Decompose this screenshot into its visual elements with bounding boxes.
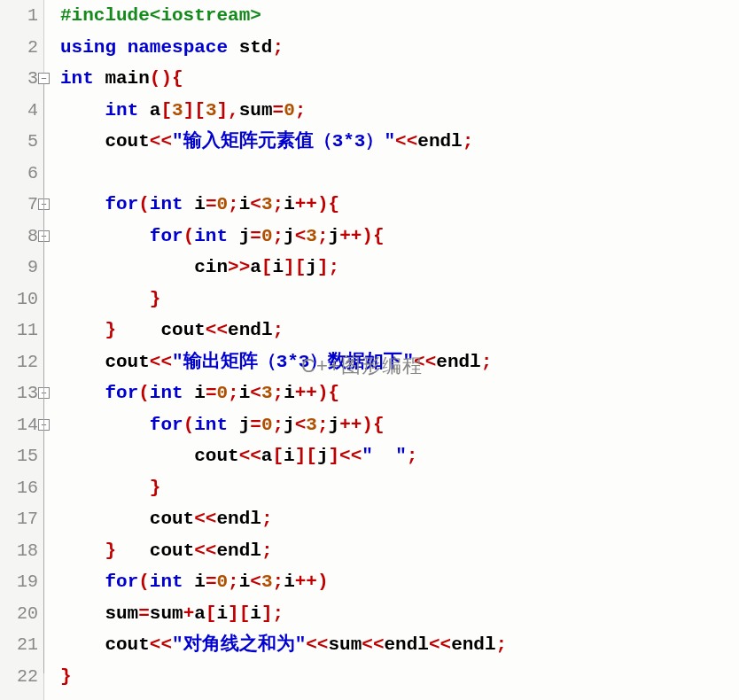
code-line: using namespace std; <box>60 32 739 64</box>
line-number: 12 <box>0 346 43 378</box>
code-token: } <box>105 541 116 561</box>
code-token: = <box>206 383 217 403</box>
code-token: ; <box>261 541 273 561</box>
code-line: for(int i=0;i<3;i++){ <box>60 377 739 409</box>
code-token: j <box>306 257 317 277</box>
code-token: << <box>239 446 261 466</box>
code-line: } cout<<endl; <box>60 315 739 346</box>
line-number: 5 <box>0 126 43 158</box>
code-token: endl <box>451 634 495 655</box>
code-token: << <box>395 131 417 152</box>
code-token: ( <box>183 415 195 435</box>
code-token: j <box>329 226 340 246</box>
line-number: 4 <box>0 95 43 127</box>
code-token: << <box>306 634 328 655</box>
code-token: int <box>60 68 94 89</box>
code-token: ; <box>463 131 474 152</box>
code-token: i <box>239 194 251 214</box>
code-token: << <box>150 352 172 372</box>
code-token: ; <box>228 194 239 214</box>
code-token: #include<iostream> <box>60 5 261 26</box>
code-token: i <box>272 257 284 277</box>
code-token: 3 <box>172 100 183 121</box>
code-token: for <box>150 415 183 435</box>
code-line: int main(){ <box>60 63 739 95</box>
code-token: = <box>138 603 150 624</box>
code-token: << <box>150 131 172 152</box>
line-number: 3 <box>0 63 43 95</box>
line-number: 19 <box>0 566 43 598</box>
code-token: ; <box>317 226 329 246</box>
code-token: 3 <box>306 415 317 435</box>
line-number: 10 <box>0 284 43 315</box>
code-token: a <box>194 603 206 624</box>
code-line: sum=sum+a[i][i]; <box>60 598 739 630</box>
code-token: "输入矩阵元素值（3*3）" <box>172 131 395 152</box>
code-line: } <box>60 661 739 693</box>
code-token: a <box>138 100 160 121</box>
code-token: ( <box>183 226 195 246</box>
line-number: 20 <box>0 598 43 630</box>
code-token: 0 <box>284 100 295 121</box>
code-token: ; <box>228 383 239 403</box>
code-line: for(int i=0;i<3;i++) <box>60 566 739 598</box>
code-token: j <box>228 415 250 435</box>
code-line: cout<<"输出矩阵（3*3）数据如下"<<endl; <box>60 346 739 378</box>
code-token <box>60 383 105 403</box>
line-number: 13 <box>0 377 43 409</box>
line-number: 6 <box>0 158 43 190</box>
code-token: = <box>273 100 284 121</box>
code-line: int a[3][3],sum=0; <box>60 95 739 127</box>
code-token: ++){ <box>339 415 384 435</box>
code-token: ; <box>228 572 239 592</box>
code-token: i <box>239 383 251 403</box>
code-token: < <box>295 415 307 435</box>
code-token: ; <box>273 194 284 214</box>
line-number-gutter: 12345678910111213141516171819202122 −−−−… <box>0 0 44 700</box>
code-token: j <box>284 226 295 246</box>
code-token: endl <box>436 352 480 372</box>
code-line: for(int j=0;j<3;j++){ <box>60 221 739 253</box>
code-token: ; <box>272 37 284 58</box>
line-number: 14 <box>0 409 43 441</box>
code-line: for(int i=0;i<3;i++){ <box>60 189 739 221</box>
code-token: ; <box>273 415 284 435</box>
code-token: [ <box>206 603 217 624</box>
code-token: j <box>228 226 250 246</box>
code-token: ++) <box>295 572 329 592</box>
code-token: 0 <box>216 383 228 403</box>
code-token: 3 <box>206 100 217 121</box>
code-editor-content: #include<iostream>using namespace std;in… <box>44 0 739 700</box>
code-line: cout<<"输入矩阵元素值（3*3）"<<endl; <box>60 126 739 158</box>
code-token: sum <box>150 603 183 624</box>
code-token: cout <box>60 634 150 655</box>
code-token: = <box>206 572 217 592</box>
code-token: j <box>329 415 340 435</box>
line-number: 16 <box>0 472 43 504</box>
code-token: int <box>194 226 228 246</box>
code-token: endl <box>385 634 429 655</box>
code-token: ; <box>261 509 273 529</box>
code-token: << <box>194 509 216 529</box>
fold-toggle-icon[interactable]: − <box>38 73 50 84</box>
code-token <box>60 100 105 121</box>
code-token: (){ <box>150 68 183 89</box>
code-token: 0 <box>216 572 228 592</box>
code-token: int <box>105 100 138 121</box>
code-token: [ <box>261 257 273 277</box>
code-token: endl <box>216 541 261 561</box>
code-token: i <box>284 383 295 403</box>
code-token: cout <box>60 509 194 529</box>
code-token: + <box>183 603 195 624</box>
code-token: i <box>216 603 228 624</box>
code-token: } <box>60 666 72 687</box>
code-token: 3 <box>261 383 273 403</box>
code-token: 0 <box>261 415 273 435</box>
code-token: a <box>250 257 261 277</box>
code-token: cout <box>60 131 150 152</box>
code-token: 3 <box>261 572 273 592</box>
code-token: ( <box>138 572 150 592</box>
code-line: cout<<"对角线之和为"<<sum<<endl<<endl; <box>60 629 739 661</box>
code-token: main <box>94 68 150 89</box>
code-token: sum <box>328 634 362 655</box>
